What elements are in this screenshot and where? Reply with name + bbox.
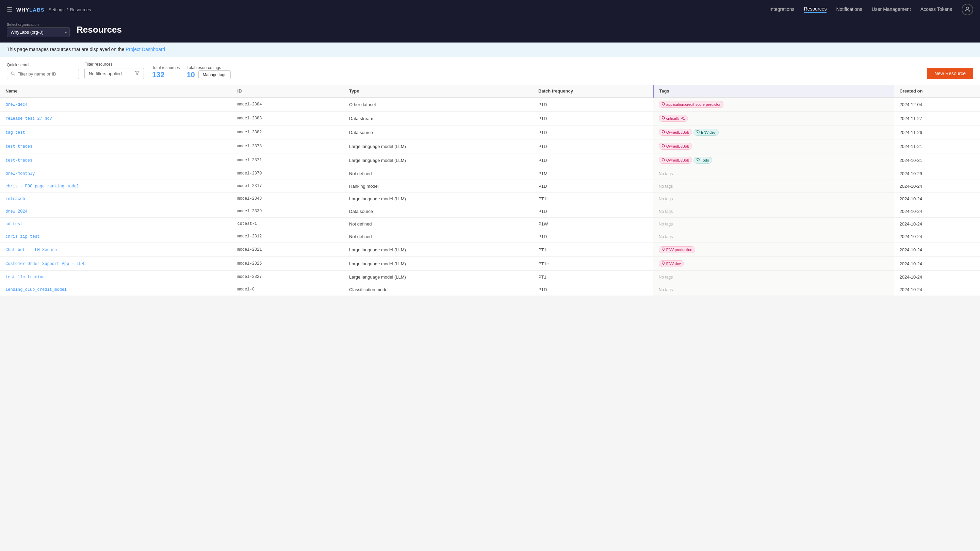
search-icon: [11, 71, 15, 77]
resource-tags: ENV:dev: [653, 257, 894, 271]
table-body: drew-dec4model-2384Other datasetP1Dappli…: [0, 97, 980, 296]
resource-name-link[interactable]: Customer Order Support App - LLM…: [5, 262, 86, 266]
breadcrumb-current: Resources: [70, 7, 91, 12]
resource-created-on: 2024-10-24: [894, 218, 980, 230]
nav-link-notifications[interactable]: Notifications: [836, 6, 862, 13]
resource-batch-frequency: PT1H: [533, 192, 653, 205]
col-header-tags: Tags: [653, 85, 894, 97]
table-row: chris zip testmodel-2312Not definedP1DNo…: [0, 230, 980, 243]
table-row: test-tracesmodel-2371Large language mode…: [0, 153, 980, 167]
resource-name-link[interactable]: test llm tracing: [5, 275, 45, 279]
manage-tags-button[interactable]: Manage tags: [198, 70, 231, 79]
filter-button[interactable]: No filters applied: [84, 68, 144, 79]
tag-label: ENV:dev: [701, 130, 716, 134]
menu-icon[interactable]: ☰: [7, 6, 12, 13]
resource-tag[interactable]: critically:P1: [659, 115, 688, 122]
resource-created-on: 2024-10-24: [894, 180, 980, 192]
resource-tags: OwnedByBobENV:dev: [653, 125, 894, 140]
resource-created-on: 2024-10-24: [894, 257, 980, 271]
resource-name-link[interactable]: lending_club_credit_model: [5, 287, 67, 292]
resource-batch-frequency: PT1H: [533, 243, 653, 257]
resource-type: Not defined: [344, 230, 533, 243]
nav-link-integrations[interactable]: Integrations: [769, 6, 794, 13]
resource-tag[interactable]: ENV:dev: [694, 129, 719, 136]
resource-name-link[interactable]: test traces: [5, 144, 32, 149]
resource-tag[interactable]: OwnedByBob: [659, 157, 692, 164]
page-title: Resources: [76, 24, 122, 35]
resource-id: model-2312: [232, 230, 344, 243]
resource-batch-frequency: P1W: [533, 218, 653, 230]
resource-name-link[interactable]: drew-dec4: [5, 102, 27, 107]
table-row: drew-dec4model-2384Other datasetP1Dappli…: [0, 97, 980, 111]
table-row: chris - POC page ranking modelmodel-2317…: [0, 180, 980, 192]
breadcrumb-settings[interactable]: Settings: [49, 7, 65, 12]
resource-name-link[interactable]: retrace5: [5, 197, 25, 202]
tag-label: Todo: [701, 158, 709, 162]
resource-tag[interactable]: ENV:dev: [659, 260, 684, 267]
resource-name-link[interactable]: drew-monthly: [5, 171, 35, 176]
resource-tag[interactable]: OwnedByBob: [659, 129, 692, 136]
resource-batch-frequency: P1D: [533, 283, 653, 296]
resource-tag[interactable]: ENV:production: [659, 246, 695, 253]
col-header-id: ID: [232, 85, 344, 97]
table-row: release test 27 novmodel-2383Data stream…: [0, 111, 980, 125]
resource-id: model-2321: [232, 243, 344, 257]
resource-id: model-2384: [232, 97, 344, 111]
resource-id: model-2371: [232, 153, 344, 167]
resource-tag[interactable]: application:credit-score-predictor: [659, 101, 724, 108]
tag-label: ENV:dev: [666, 262, 681, 266]
filter-label: Filter resources: [84, 62, 144, 67]
nav-link-resources[interactable]: Resources: [804, 6, 827, 13]
avatar[interactable]: [962, 4, 973, 15]
search-label: Quick search: [7, 63, 79, 67]
search-input[interactable]: [18, 71, 75, 76]
resource-name-link[interactable]: chris - POC page ranking model: [5, 184, 79, 189]
col-header-batch: Batch frequency: [533, 85, 653, 97]
resource-tag[interactable]: Todo: [694, 157, 712, 164]
logo-text: WHYLABS: [16, 7, 45, 13]
table-container: Name ID Type Batch frequency Tags Create…: [0, 85, 980, 296]
resource-created-on: 2024-11-21: [894, 140, 980, 153]
table-row: tag testmodel-2382Data sourceP1DOwnedByB…: [0, 125, 980, 140]
no-tags-label: No tags: [659, 287, 673, 292]
nav-link-access-tokens[interactable]: Access Tokens: [920, 6, 952, 13]
table-header: Name ID Type Batch frequency Tags Create…: [0, 85, 980, 97]
resource-type: Not defined: [344, 218, 533, 230]
tag-icon: [662, 248, 665, 252]
org-selector[interactable]: WhyLabs (org-0): [7, 27, 70, 37]
resource-tags: No tags: [653, 192, 894, 205]
resource-name-link[interactable]: chris zip test: [5, 234, 40, 239]
info-text: This page manages resources that are dis…: [7, 47, 124, 52]
filter-icon: [135, 71, 140, 76]
nav-logo: WHYLABS: [16, 7, 45, 13]
resource-name-link[interactable]: tag test: [5, 130, 25, 135]
table-row: test llm tracingmodel-2327Large language…: [0, 271, 980, 283]
no-tags-label: No tags: [659, 197, 673, 202]
resource-id: model-2339: [232, 205, 344, 218]
resource-name-link[interactable]: release test 27 nov: [5, 116, 52, 121]
resource-tag[interactable]: OwnedByBob: [659, 143, 692, 150]
total-tags-stat: Total resource tags 10 Manage tags: [186, 65, 231, 79]
resource-batch-frequency: P1D: [533, 153, 653, 167]
svg-line-2: [14, 75, 15, 76]
resource-tags: critically:P1: [653, 111, 894, 125]
resource-name-link[interactable]: drew 2024: [5, 209, 27, 214]
resource-type: Large language model (LLM): [344, 257, 533, 271]
resource-type: Large language model (LLM): [344, 153, 533, 167]
no-tags-label: No tags: [659, 184, 673, 189]
nav-link-user-management[interactable]: User Management: [872, 6, 911, 13]
tag-icon: [697, 130, 700, 134]
resource-name-link[interactable]: Chat bot - LLM-Secure: [5, 248, 57, 252]
resource-tags: application:credit-score-predictor: [653, 97, 894, 111]
total-resources-value: 132: [152, 70, 180, 79]
resource-type: Large language model (LLM): [344, 271, 533, 283]
new-resource-button[interactable]: New Resource: [927, 68, 973, 79]
tag-icon: [662, 102, 665, 106]
resource-created-on: 2024-10-24: [894, 192, 980, 205]
project-dashboard-link[interactable]: Project Dashboard.: [126, 47, 166, 52]
svg-marker-3: [135, 71, 139, 75]
resource-type: Not defined: [344, 167, 533, 180]
resource-name-link[interactable]: test-traces: [5, 158, 32, 163]
resource-batch-frequency: P1D: [533, 180, 653, 192]
resource-name-link[interactable]: cd test: [5, 222, 22, 227]
